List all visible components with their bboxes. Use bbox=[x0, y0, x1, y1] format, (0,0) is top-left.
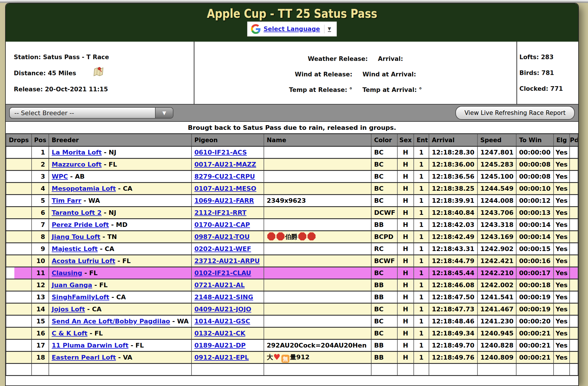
breeder-link[interactable]: SinghFamilyLoft bbox=[52, 294, 109, 301]
elg-cell: Yes bbox=[554, 327, 570, 339]
sex-cell: H bbox=[397, 207, 414, 219]
breeder-link[interactable]: Juan Ganga bbox=[52, 281, 92, 289]
elg-cell: Yes bbox=[554, 255, 570, 267]
elg-cell: Yes bbox=[554, 291, 570, 303]
towin-cell: 00:00:19 bbox=[516, 303, 554, 315]
breeder-link[interactable]: Acosta Lufriu Loft bbox=[52, 257, 115, 265]
color-cell: RC bbox=[371, 243, 397, 255]
name-cell bbox=[264, 159, 371, 171]
col-header-pd[interactable]: Pd bbox=[570, 134, 578, 146]
pigeon-link[interactable]: 2148-AU21-SING bbox=[194, 294, 253, 301]
col-header-name[interactable]: Name bbox=[264, 134, 371, 146]
page-title: Apple Cup - TT 25 Satus Pass bbox=[207, 6, 377, 21]
name-cell bbox=[264, 291, 371, 303]
pigeon-link[interactable]: 0202-AU21-WEF bbox=[194, 245, 251, 252]
color-cell: BC bbox=[371, 303, 397, 315]
pigeon-link[interactable]: 0189-AU21-DP bbox=[194, 342, 246, 349]
sex-cell: H bbox=[397, 159, 414, 171]
col-header-drops[interactable]: Drops bbox=[6, 134, 32, 146]
pos-cell: 8 bbox=[32, 231, 49, 243]
pd-cell bbox=[570, 183, 578, 195]
col-header-speed[interactable]: Speed bbox=[477, 134, 516, 146]
ent-cell: 1 bbox=[414, 352, 429, 364]
map-with-pin-icon[interactable] bbox=[93, 65, 104, 77]
pigeon-link[interactable]: 0912-AU21-EPL bbox=[194, 354, 249, 361]
col-header-pos[interactable]: Pos bbox=[32, 134, 49, 146]
arrival-cell: 12:18:36.00 bbox=[429, 159, 477, 171]
color-cell: BB bbox=[371, 279, 397, 291]
drops-cell bbox=[6, 159, 32, 171]
ent-cell: 1 bbox=[414, 183, 429, 195]
col-header-sex[interactable]: Sex bbox=[397, 134, 414, 146]
arrival-cell: 12:18:49.70 bbox=[429, 339, 477, 352]
breeder-link[interactable]: Perez Pride Loft bbox=[52, 221, 109, 228]
translate-dropdown-arrow[interactable]: ▼ bbox=[328, 26, 331, 32]
breeder-link[interactable]: Mazzurco Loft bbox=[52, 161, 102, 168]
col-header-towin[interactable]: To Win bbox=[516, 134, 554, 146]
breeder-link[interactable]: 11 Pluma Darwin Loft bbox=[52, 342, 128, 349]
weather-release-label: Weather Release: bbox=[308, 55, 368, 62]
breeder-link[interactable]: La Morita Loft bbox=[52, 149, 102, 156]
col-header-breeder[interactable]: Breeder bbox=[49, 134, 192, 146]
pigeon-link[interactable]: 0017-AU21-MAZZ bbox=[194, 161, 256, 168]
drops-cell bbox=[6, 267, 32, 279]
color-cell: BCPD bbox=[371, 231, 397, 243]
pigeon-link[interactable]: 0409-AU21-JOJO bbox=[194, 306, 251, 313]
sex-cell: H bbox=[397, 267, 414, 279]
breeder-link[interactable]: Send An Ace Loft/Bobby Pagdilao bbox=[52, 318, 170, 325]
col-header-arrival[interactable]: Arrival bbox=[429, 134, 477, 146]
pigeon-link[interactable]: 0107-AU21-MESO bbox=[194, 185, 256, 192]
color-cell: BC bbox=[371, 183, 397, 195]
pigeon-link[interactable]: 0102-IF21-CLAU bbox=[194, 269, 251, 277]
pigeon-link[interactable]: 0132-AU21-CK bbox=[194, 330, 245, 337]
col-header-color[interactable]: Color bbox=[371, 134, 397, 146]
towin-cell: 00:00:20 bbox=[516, 315, 554, 327]
view-live-report-button[interactable]: View Live Refreshing Race Report bbox=[455, 106, 575, 120]
pd-cell bbox=[570, 315, 578, 327]
pos-cell: 5 bbox=[32, 195, 49, 207]
pigeon-link[interactable]: 0721-AU21-AL bbox=[194, 281, 245, 289]
breeder-link[interactable]: C & K Loft bbox=[52, 330, 88, 337]
pigeon-cell: 0107-AU21-MESO bbox=[192, 183, 264, 195]
drops-cell bbox=[6, 255, 32, 267]
color-cell: DCWF bbox=[371, 207, 397, 219]
breeder-link[interactable]: Majestic Loft bbox=[52, 245, 98, 252]
pigeon-link[interactable]: 1014-AU21-GSC bbox=[194, 318, 250, 325]
col-header-pigeon[interactable]: Pigeon bbox=[192, 134, 264, 146]
breeder-link[interactable]: WPC bbox=[52, 173, 68, 180]
elg-cell: Yes bbox=[554, 195, 570, 207]
breeder-link[interactable]: Eastern Pearl Loft bbox=[52, 354, 116, 361]
ent-cell: 1 bbox=[414, 291, 429, 303]
pigeon-link[interactable]: 2112-IF21-RRT bbox=[194, 209, 246, 216]
col-header-elg[interactable]: Elg bbox=[554, 134, 570, 146]
google-translate-widget[interactable]: Select Language ▼ bbox=[247, 22, 337, 36]
drops-cell bbox=[6, 327, 32, 339]
clocked-stat: Clocked: 771 bbox=[519, 85, 578, 92]
pigeon-link[interactable]: 8279-CU21-CRPU bbox=[194, 173, 255, 180]
pd-cell bbox=[570, 267, 578, 279]
breeder-link[interactable]: Clausing bbox=[52, 269, 82, 277]
col-header-ent[interactable]: Ent bbox=[414, 134, 429, 146]
pigeon-link[interactable]: 0987-AU21-TOU bbox=[194, 233, 250, 240]
stop-octagon-icon bbox=[267, 232, 275, 240]
pigeon-link[interactable]: 23712-AU21-ARPU bbox=[194, 257, 260, 265]
station-line: Station: Satus Pass - T Race bbox=[14, 54, 194, 61]
breeder-select-arrow-cap[interactable]: ▼ bbox=[155, 108, 173, 118]
pigeon-cell: 8279-CU21-CRPU bbox=[192, 171, 264, 183]
page-canvas: Apple Cup - TT 25 Satus Pass Select Lang… bbox=[0, 0, 588, 386]
breeder-link[interactable]: Jojos Loft bbox=[52, 306, 85, 313]
breeder-link[interactable]: Taranto Loft 2 bbox=[52, 209, 102, 216]
breeder-cell: Tim Farr - WA bbox=[49, 195, 192, 207]
breeder-select[interactable]: -- Select Breeder -- ▼ bbox=[9, 107, 173, 119]
distance-text: Distance: 45 Miles bbox=[14, 70, 76, 77]
breeder-link[interactable]: Tim Farr bbox=[52, 197, 81, 204]
arrival-cell: 12:18:42.49 bbox=[429, 231, 477, 243]
pigeon-link[interactable]: 0170-AU21-CAP bbox=[194, 221, 250, 228]
breeder-link[interactable]: Jiang Tou Loft bbox=[52, 233, 100, 240]
pigeon-link[interactable]: 0610-IF21-ACS bbox=[194, 149, 247, 156]
breeder-link[interactable]: Mesopotamia Loft bbox=[52, 185, 116, 192]
towin-cell: 00:00:00 bbox=[516, 146, 554, 159]
pigeon-link[interactable]: 1069-AU21-FARR bbox=[194, 197, 254, 204]
arrival-cell: 12:18:47.73 bbox=[429, 303, 477, 315]
select-language-link[interactable]: Select Language bbox=[264, 26, 320, 32]
